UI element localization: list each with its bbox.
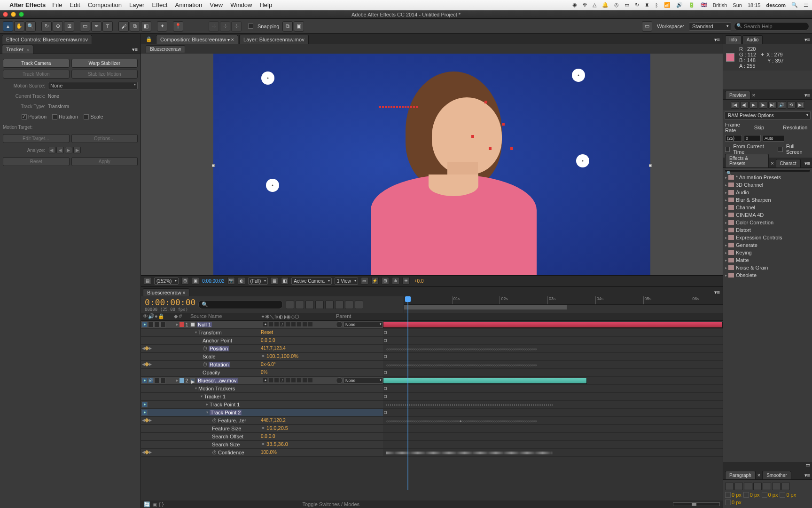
resolution-icon[interactable]: ⊞ — [181, 277, 189, 285]
channel-icon[interactable]: ◐ — [238, 277, 245, 285]
justify-last-center-button[interactable] — [763, 483, 771, 490]
zoom-tool[interactable]: 🔍 — [25, 21, 36, 32]
fx-category[interactable]: ▸Blur & Sharpen — [723, 196, 812, 204]
clone-tool[interactable]: ⧉ — [130, 21, 140, 32]
effects-presets-tab[interactable]: Effects & Presets — [725, 154, 769, 167]
timecode-display[interactable]: 0:00:00:00 — [145, 297, 195, 307]
character-tab[interactable]: Charact — [776, 159, 801, 167]
bluetooth-icon[interactable]: ᛒ — [655, 2, 658, 8]
notifications-icon[interactable]: ☰ — [804, 2, 808, 8]
roi-icon[interactable]: ▣ — [192, 277, 199, 285]
roto-tool[interactable]: ✦ — [157, 21, 167, 32]
fx-category[interactable]: ▸Noise & Grain — [723, 264, 812, 271]
fast-preview-icon[interactable]: ⚡ — [371, 277, 379, 285]
opacity-property[interactable]: Opacity 0% — [141, 369, 723, 377]
input-lang[interactable]: British — [713, 2, 727, 8]
work-area-bar[interactable] — [404, 305, 567, 310]
fx-category[interactable]: ▸Channel — [723, 204, 812, 211]
toggle-switches-button[interactable]: Toggle Switches / Modes — [302, 501, 359, 507]
wifi-icon[interactable]: 📶 — [664, 2, 671, 8]
layer-row-bluescreen[interactable]: ●🔊 ▸2 ▶Bluescr...aw.mov ✦/ None — [141, 377, 723, 385]
tracker-tab[interactable]: Tracker × — [2, 45, 33, 54]
pan-behind-tool[interactable]: ⊞ — [64, 21, 74, 32]
composition-viewer[interactable] — [141, 54, 723, 275]
rectangle-tool[interactable]: ▭ — [80, 21, 90, 32]
anchor-point-property[interactable]: Anchor Point 0.0,0.0 — [141, 337, 723, 345]
analyze-back-button[interactable]: ◀ — [56, 147, 64, 153]
render-queue-icon[interactable]: ▭ — [642, 21, 652, 32]
status-icon[interactable]: ↻ — [635, 2, 639, 8]
status-icon[interactable]: ♜ — [645, 2, 649, 8]
fx-category[interactable]: ▸Color Correction — [723, 219, 812, 226]
zoom-slider[interactable] — [673, 502, 720, 506]
panel-menu-icon[interactable]: ▾≡ — [711, 288, 723, 296]
snapshot-icon[interactable]: 📷 — [227, 277, 235, 285]
workspace-dropdown[interactable]: Standard — [689, 22, 731, 31]
search-offset-property[interactable]: Search Offset 0.0,0.0 — [141, 433, 723, 441]
selection-tool[interactable]: ▲ — [3, 21, 13, 32]
fx-category[interactable]: ▸* Animation Presets — [723, 174, 812, 181]
camera-tool[interactable]: ⊕ — [53, 21, 63, 32]
search-size-property[interactable]: Search Size ⚭ 33.5,36.0 — [141, 441, 723, 449]
panel-menu-icon[interactable]: ▾≡ — [803, 91, 812, 99]
new-bin-icon[interactable]: ▭ — [805, 462, 810, 469]
flag-icon[interactable]: 🇬🇧 — [701, 2, 707, 8]
minimize-window-button[interactable] — [11, 12, 16, 17]
local-axis-icon[interactable]: ⊹ — [209, 21, 219, 32]
from-current-checkbox[interactable] — [725, 147, 730, 152]
motion-blur-icon[interactable] — [325, 301, 334, 309]
brackets-icon[interactable]: { } — [159, 501, 164, 507]
status-icon[interactable]: 🔔 — [602, 2, 609, 8]
panel-menu-icon[interactable]: ▾≡ — [803, 36, 812, 44]
play-button[interactable]: ▶ — [750, 101, 758, 109]
maximize-window-button[interactable] — [19, 12, 24, 17]
status-icon[interactable]: ▭ — [625, 2, 629, 8]
panel-menu-icon[interactable]: ▾≡ — [711, 36, 723, 44]
layer-row-null1[interactable]: ● ▸1 Null 1 ✦/ None — [141, 321, 723, 329]
layer-tab[interactable]: Layer: Bluescreenraw.mov — [239, 35, 309, 44]
fx-category[interactable]: ▸3D Channel — [723, 181, 812, 189]
parent-pickwhip[interactable] — [336, 377, 343, 384]
draft-3d-icon[interactable] — [296, 301, 304, 309]
parent-pickwhip[interactable] — [336, 321, 343, 328]
puppet-tool[interactable]: 📍 — [173, 21, 183, 32]
menu-animation[interactable]: Animation — [175, 1, 202, 8]
view-axis-icon[interactable]: ⊹ — [231, 21, 242, 32]
edit-target-button[interactable]: Edit Target… — [3, 134, 70, 143]
feature-center-property[interactable]: ◀▶ ⏱Feature...ter 448.7,120.2 ◇◇◇◇◇◇◇◇◇◇… — [141, 417, 723, 425]
preview-tab[interactable]: Preview — [725, 91, 750, 99]
align-right-button[interactable] — [744, 483, 752, 490]
spotlight-icon[interactable]: 🔍 — [791, 2, 798, 8]
reset-link[interactable]: Reset — [261, 330, 336, 335]
justify-all-button[interactable] — [781, 483, 790, 490]
status-icon[interactable]: ◉ — [572, 2, 577, 8]
parent-dropdown[interactable]: None — [344, 322, 383, 327]
exposure-reset-icon[interactable]: ☀ — [402, 277, 410, 285]
menu-help[interactable]: Help — [259, 1, 272, 8]
track-camera-button[interactable]: Track Camera — [3, 59, 70, 68]
menu-effect[interactable]: Effect — [152, 1, 167, 8]
motion-trackers-group[interactable]: ▾Motion Trackers — [141, 385, 723, 393]
visibility-toggle[interactable]: ● — [142, 322, 148, 327]
fx-category[interactable]: ▸Distort — [723, 226, 812, 234]
fx-category[interactable]: ▸Generate — [723, 241, 812, 249]
snapping-checkbox[interactable] — [248, 24, 253, 29]
stabilize-motion-button[interactable]: Stabilize Motion — [71, 70, 138, 79]
fullscreen-checkbox[interactable] — [778, 147, 782, 152]
menu-view[interactable]: View — [210, 1, 223, 8]
audio-toggle[interactable]: 🔊 — [148, 378, 154, 383]
motion-source-dropdown[interactable]: None — [48, 82, 138, 89]
position-property[interactable]: ◀▶ ⏱Position 417.7,123.4 ◇◇◇◇◇◇◇◇◇◇◇◇◇◇◇… — [141, 345, 723, 353]
transform-group[interactable]: ▾Transform Reset — [141, 329, 723, 337]
next-frame-button[interactable]: |▶ — [759, 101, 767, 109]
track-point-1[interactable]: ● ▸Track Point 1 — [141, 401, 723, 409]
status-icon[interactable]: ❉ — [583, 2, 587, 8]
always-preview-icon[interactable]: ▤ — [144, 277, 151, 285]
eraser-tool[interactable]: ◧ — [141, 21, 151, 32]
render-icon[interactable]: ▣ — [152, 501, 157, 508]
menu-window[interactable]: Window — [230, 1, 252, 8]
views-dropdown[interactable]: 1 View — [335, 278, 358, 285]
warp-stabilizer-button[interactable]: Warp Stabilizer — [71, 59, 138, 68]
lock-icon[interactable]: 🔒 — [143, 35, 155, 44]
composition-tab[interactable]: Composition: Bluescreenraw ▾ × — [156, 35, 238, 44]
